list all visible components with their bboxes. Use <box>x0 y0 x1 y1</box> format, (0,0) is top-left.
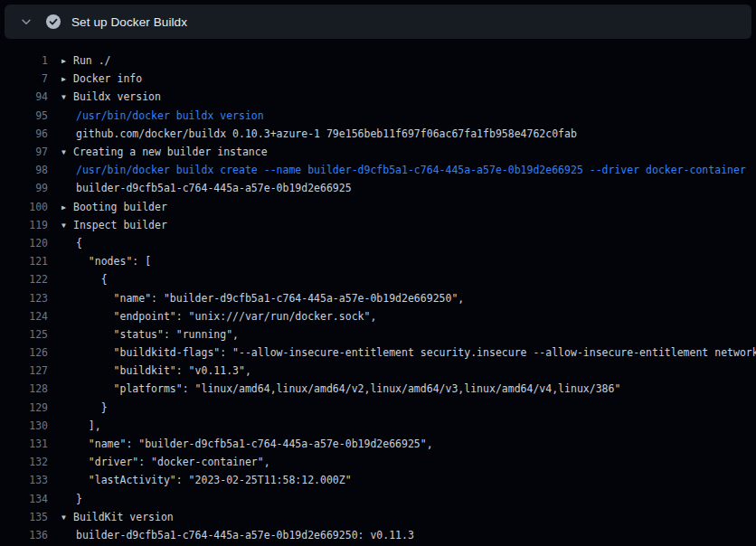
triangle-down-icon[interactable]: ▼ <box>61 148 73 156</box>
triangle-down-icon[interactable]: ▼ <box>61 93 73 101</box>
log-viewer: 1▶Run ./7▶Docker info94▼Buildx version95… <box>0 39 756 544</box>
log-line: 94▼Buildx version <box>0 88 756 106</box>
log-line: 100▶Booting builder <box>0 198 756 216</box>
line-number[interactable]: 96 <box>0 127 48 140</box>
log-output-text: "name": "builder-d9cfb5a1-c764-445a-a57e… <box>61 438 433 450</box>
triangle-down-icon[interactable]: ▼ <box>61 221 73 230</box>
log-line: 127 "buildkit": "v0.11.3", <box>0 362 756 380</box>
log-line: 130 ], <box>0 417 756 435</box>
line-number[interactable]: 133 <box>0 474 48 486</box>
line-number[interactable]: 1 <box>0 54 48 67</box>
log-output-text: "nodes": [ <box>61 255 151 268</box>
log-line: 131 "name": "builder-d9cfb5a1-c764-445a-… <box>0 435 756 453</box>
line-number[interactable]: 123 <box>0 292 48 305</box>
log-group-header-expanded[interactable]: ▼BuildKit version <box>61 511 174 523</box>
log-group-header-expanded[interactable]: ▼Inspect builder <box>61 219 167 231</box>
line-number[interactable]: 120 <box>0 237 48 249</box>
log-line: 7▶Docker info <box>0 70 756 88</box>
log-line: 123 "name": "builder-d9cfb5a1-c764-445a-… <box>0 288 756 306</box>
step-header[interactable]: Set up Docker Buildx <box>5 5 751 39</box>
log-output-text: "name": "builder-d9cfb5a1-c764-445a-a57e… <box>61 292 464 305</box>
line-number[interactable]: 132 <box>0 456 48 468</box>
line-number[interactable]: 95 <box>0 109 48 122</box>
log-group-header-collapsed[interactable]: ▶Docker info <box>61 72 142 85</box>
log-output-text: "lastActivity": "2023-02-25T11:58:12.000… <box>61 474 352 486</box>
group-title: Docker info <box>73 72 142 85</box>
log-line: 96github.com/docker/buildx 0.10.3+azure-… <box>0 125 756 143</box>
line-number[interactable]: 136 <box>0 529 48 541</box>
line-number[interactable]: 131 <box>0 438 48 450</box>
log-output-text: "endpoint": "unix:///var/run/docker.sock… <box>61 310 376 323</box>
chevron-down-icon[interactable] <box>19 14 33 29</box>
line-number[interactable]: 100 <box>0 201 48 213</box>
log-line: 133 "lastActivity": "2023-02-25T11:58:12… <box>0 471 756 489</box>
log-line: 121 "nodes": [ <box>0 252 756 270</box>
group-title: Booting builder <box>73 201 167 213</box>
log-output-text: } <box>61 401 108 414</box>
triangle-right-icon[interactable]: ▶ <box>61 203 73 212</box>
log-line: 97▼Creating a new builder instance <box>0 143 756 161</box>
log-line: 132 "driver": "docker-container", <box>0 453 756 471</box>
line-number[interactable]: 128 <box>0 382 48 395</box>
check-circle-icon <box>46 14 61 29</box>
line-number[interactable]: 129 <box>0 401 48 414</box>
log-output-text: "platforms": "linux/amd64,linux/amd64/v2… <box>61 382 620 395</box>
log-output-text: github.com/docker/buildx 0.10.3+azure-1 … <box>61 127 577 140</box>
log-line: 126 "buildkitd-flags": "--allow-insecure… <box>0 344 756 362</box>
line-number[interactable]: 122 <box>0 273 48 286</box>
line-number[interactable]: 121 <box>0 255 48 268</box>
log-line: 1▶Run ./ <box>0 52 756 70</box>
group-title: Creating a new builder instance <box>73 146 268 158</box>
log-line: 124 "endpoint": "unix:///var/run/docker.… <box>0 307 756 325</box>
log-output-text: builder-d9cfb5a1-c764-445a-a57e-0b19d2e6… <box>61 182 352 194</box>
line-number[interactable]: 94 <box>0 90 48 103</box>
log-group-header-expanded[interactable]: ▼Creating a new builder instance <box>61 146 268 158</box>
log-line: 125 "status": "running", <box>0 325 756 344</box>
log-output-text: "buildkitd-flags": "--allow-insecure-ent… <box>61 346 756 359</box>
log-line: 119▼Inspect builder <box>0 216 756 234</box>
log-group-header-expanded[interactable]: ▼Buildx version <box>61 90 161 103</box>
log-line: 134} <box>0 490 756 508</box>
log-command-text: /usr/bin/docker buildx version <box>61 109 264 122</box>
log-output-text: builder-d9cfb5a1-c764-445a-a57e-0b19d2e6… <box>61 529 414 541</box>
line-number[interactable]: 135 <box>0 511 48 523</box>
group-title: Buildx version <box>73 90 161 103</box>
line-number[interactable]: 7 <box>0 72 48 85</box>
line-number[interactable]: 134 <box>0 493 48 505</box>
line-number[interactable]: 124 <box>0 310 48 323</box>
line-number[interactable]: 125 <box>0 328 48 341</box>
step-title: Set up Docker Buildx <box>71 15 187 29</box>
line-number[interactable]: 97 <box>0 146 48 158</box>
log-line: 128 "platforms": "linux/amd64,linux/amd6… <box>0 380 756 398</box>
log-output-text: { <box>61 237 82 249</box>
log-group-header-collapsed[interactable]: ▶Booting builder <box>61 201 167 213</box>
log-output-text: } <box>61 493 82 505</box>
line-number[interactable]: 99 <box>0 182 48 194</box>
group-title: Run ./ <box>73 54 111 67</box>
log-output-text: { <box>61 273 108 286</box>
group-title: Inspect builder <box>73 219 167 231</box>
triangle-down-icon[interactable]: ▼ <box>61 513 73 522</box>
line-number[interactable]: 98 <box>0 164 48 176</box>
line-number[interactable]: 130 <box>0 419 48 432</box>
log-line: 122 { <box>0 270 756 288</box>
log-line: 95/usr/bin/docker buildx version <box>0 107 756 125</box>
log-line: 135▼BuildKit version <box>0 508 756 526</box>
log-command-text: /usr/bin/docker buildx create --name bui… <box>61 164 746 176</box>
log-line: 98/usr/bin/docker buildx create --name b… <box>0 161 756 179</box>
log-line: 99builder-d9cfb5a1-c764-445a-a57e-0b19d2… <box>0 179 756 197</box>
log-line: 129 } <box>0 399 756 417</box>
log-output-text: "buildkit": "v0.11.3", <box>61 364 251 377</box>
line-number[interactable]: 126 <box>0 346 48 359</box>
group-title: BuildKit version <box>73 511 174 523</box>
line-number[interactable]: 127 <box>0 364 48 377</box>
log-output-text: "status": "running", <box>61 328 239 341</box>
triangle-right-icon[interactable]: ▶ <box>61 75 73 83</box>
log-group-header-collapsed[interactable]: ▶Run ./ <box>61 54 111 67</box>
log-output-text: "driver": "docker-container", <box>61 456 270 468</box>
line-number[interactable]: 119 <box>0 219 48 231</box>
log-output-text: ], <box>61 419 101 432</box>
log-line: 136builder-d9cfb5a1-c764-445a-a57e-0b19d… <box>0 526 756 544</box>
triangle-right-icon[interactable]: ▶ <box>61 57 73 65</box>
log-line: 120{ <box>0 234 756 252</box>
